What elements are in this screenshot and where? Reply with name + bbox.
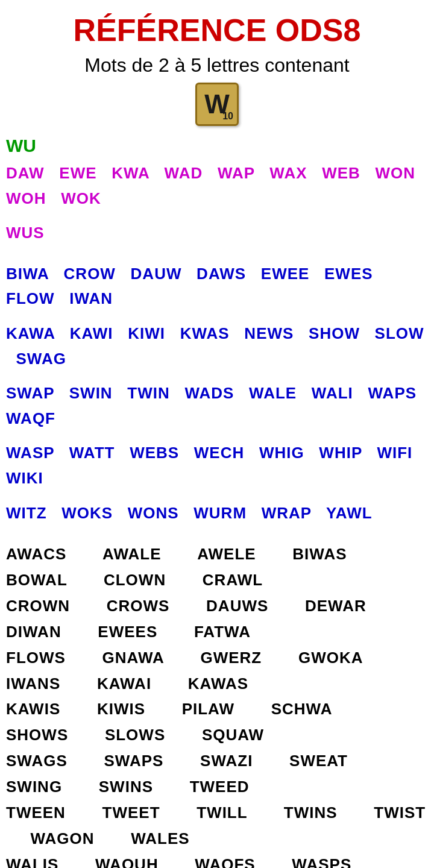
section-wu-header: WU bbox=[6, 136, 428, 156]
words-4letter-line4: WASP WATT WEBS WECH WHIG WHIP WIFI WIKI bbox=[6, 441, 428, 491]
words-4letter-line3: SWAP SWIN TWIN WADS WALE WALI WAPS WAQF bbox=[6, 381, 428, 431]
words-4letter-line2: KAWA KAWI KIWI KWAS NEWS SHOW SLOW SWAG bbox=[6, 321, 428, 371]
words-4letter-line5: WITZ WOKS WONS WURM WRAP YAWL bbox=[6, 501, 428, 526]
page-title: RÉFÉRENCE ODS8 bbox=[6, 12, 428, 48]
page-subtitle: Mots de 2 à 5 lettres contenant bbox=[6, 54, 428, 77]
words-5letter-block: AWACS AWALE AWELE BIWAS BOWAL CLOWN CRAW… bbox=[6, 541, 428, 868]
tile-points: 10 bbox=[222, 111, 233, 122]
words-4letter-line1: BIWA CROW DAUW DAWS EWEE EWES FLOW IWAN bbox=[6, 262, 428, 312]
words-3letter-line1: DAW EWE KWA WAD WAP WAX WEB WON WOH WOK bbox=[6, 161, 428, 211]
w-tile: W 10 bbox=[195, 83, 239, 126]
words-3letter-line2: WUS bbox=[6, 221, 428, 246]
main-tile-container: W 10 bbox=[6, 83, 428, 126]
